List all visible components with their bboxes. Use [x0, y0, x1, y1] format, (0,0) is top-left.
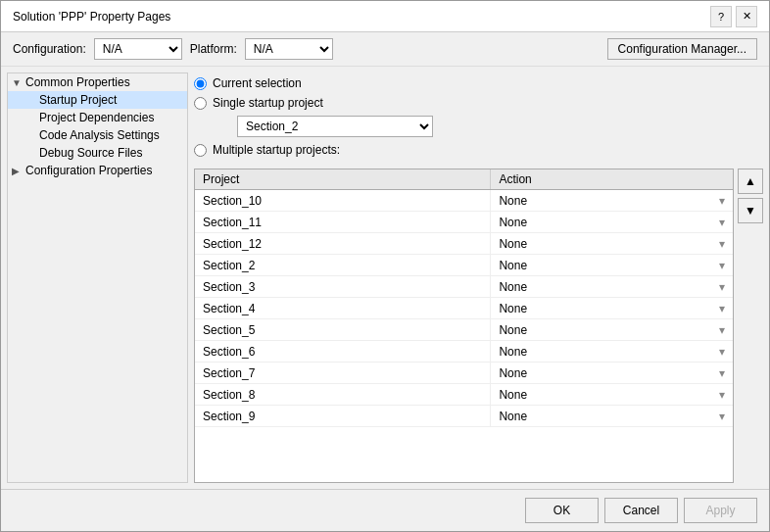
close-button[interactable]: ✕ [736, 6, 757, 27]
platform-label: Platform: [190, 42, 237, 56]
startup-radio-group: Current selection Single startup project… [194, 73, 763, 161]
multiple-startup-label[interactable]: Multiple startup projects: [213, 143, 340, 157]
tree-arrow-icon: ▼ [12, 77, 25, 88]
sidebar-item-common-properties[interactable]: ▼ Common Properties [8, 73, 187, 91]
project-cell: Section_3 [195, 276, 491, 298]
table-row: Section_5None▾ [195, 319, 733, 341]
project-cell: Section_9 [195, 406, 491, 427]
table-row: Section_11None▾ [195, 212, 733, 233]
project-cell: Section_11 [195, 212, 491, 233]
table-row: Section_10None▾ [195, 190, 733, 212]
action-cell[interactable]: None▾ [491, 341, 733, 363]
single-project-dropdown-wrapper: Section_2 [216, 116, 763, 137]
project-cell: Section_8 [195, 384, 491, 406]
current-selection-row: Current selection [194, 76, 763, 90]
table-row: Section_12None▾ [195, 233, 733, 255]
single-startup-row: Single startup project [194, 96, 763, 110]
config-label: Configuration: [13, 42, 86, 56]
apply-button[interactable]: Apply [684, 498, 757, 523]
title-bar-controls: ? ✕ [710, 6, 757, 27]
project-cell: Section_12 [195, 233, 491, 255]
current-selection-label[interactable]: Current selection [213, 76, 302, 90]
configuration-select[interactable]: N/A [94, 38, 182, 60]
single-startup-label[interactable]: Single startup project [213, 96, 323, 110]
table-row: Section_3None▾ [195, 276, 733, 298]
table-header-row: Project Action [195, 169, 733, 190]
sidebar-item-startup-project[interactable]: Startup Project [8, 91, 187, 109]
dialog-title: Solution 'PPP' Property Pages [13, 10, 170, 24]
help-button[interactable]: ? [710, 6, 732, 27]
single-project-select[interactable]: Section_2 [237, 116, 433, 137]
sidebar: ▼ Common Properties Startup Project Proj… [7, 73, 188, 483]
action-cell[interactable]: None▾ [491, 276, 733, 298]
project-cell: Section_10 [195, 190, 491, 212]
bottom-bar: OK Cancel Apply [1, 489, 769, 531]
project-cell: Section_2 [195, 255, 491, 276]
action-cell[interactable]: None▾ [491, 298, 733, 319]
action-cell[interactable]: None▾ [491, 212, 733, 233]
action-cell[interactable]: None▾ [491, 406, 733, 427]
action-column-header: Action [491, 169, 733, 190]
platform-select[interactable]: N/A [245, 38, 333, 60]
move-down-button[interactable]: ▼ [738, 198, 763, 223]
project-column-header: Project [195, 169, 491, 190]
projects-table-wrapper: Project Action Section_10None▾Section_11… [194, 169, 734, 483]
multiple-startup-radio[interactable] [194, 144, 207, 157]
project-cell: Section_5 [195, 319, 491, 341]
action-cell[interactable]: None▾ [491, 319, 733, 341]
action-cell[interactable]: None▾ [491, 190, 733, 212]
current-selection-radio[interactable] [194, 77, 207, 90]
action-cell[interactable]: None▾ [491, 233, 733, 255]
projects-table: Project Action Section_10None▾Section_11… [195, 169, 733, 427]
sidebar-item-label: Code Analysis Settings [39, 128, 160, 142]
right-panel: Current selection Single startup project… [194, 73, 763, 483]
action-cell[interactable]: None▾ [491, 384, 733, 406]
project-cell: Section_7 [195, 363, 491, 384]
cancel-button[interactable]: Cancel [604, 498, 678, 523]
main-content: ▼ Common Properties Startup Project Proj… [1, 67, 769, 489]
multiple-startup-row: Multiple startup projects: [194, 143, 763, 157]
action-cell[interactable]: None▾ [491, 363, 733, 384]
sidebar-item-label: Debug Source Files [39, 146, 142, 160]
sidebar-item-label: Project Dependencies [39, 111, 154, 124]
sidebar-item-label: Common Properties [25, 75, 130, 89]
ok-button[interactable]: OK [525, 498, 599, 523]
table-row: Section_6None▾ [195, 341, 733, 363]
action-cell[interactable]: None▾ [491, 255, 733, 276]
configuration-manager-button[interactable]: Configuration Manager... [607, 38, 757, 60]
sidebar-item-label: Startup Project [39, 93, 117, 107]
sidebar-item-project-dependencies[interactable]: Project Dependencies [8, 109, 187, 126]
tree-arrow-icon: ▶ [12, 166, 25, 176]
property-pages-dialog: Solution 'PPP' Property Pages ? ✕ Config… [0, 0, 770, 532]
project-cell: Section_4 [195, 298, 491, 319]
sidebar-item-label: Configuration Properties [25, 164, 152, 177]
config-bar: Configuration: N/A Platform: N/A Configu… [1, 32, 769, 67]
table-row: Section_8None▾ [195, 384, 733, 406]
table-row: Section_7None▾ [195, 363, 733, 384]
single-startup-radio[interactable] [194, 97, 207, 110]
sidebar-item-configuration-properties[interactable]: ▶ Configuration Properties [8, 162, 187, 179]
table-arrow-buttons: ▲ ▼ [738, 169, 763, 483]
projects-table-container: Project Action Section_10None▾Section_11… [194, 169, 763, 483]
project-cell: Section_6 [195, 341, 491, 363]
sidebar-item-code-analysis-settings[interactable]: Code Analysis Settings [8, 126, 187, 144]
table-row: Section_4None▾ [195, 298, 733, 319]
move-up-button[interactable]: ▲ [738, 169, 763, 194]
table-row: Section_2None▾ [195, 255, 733, 276]
table-row: Section_9None▾ [195, 406, 733, 427]
sidebar-item-debug-source-files[interactable]: Debug Source Files [8, 144, 187, 162]
title-bar: Solution 'PPP' Property Pages ? ✕ [1, 1, 769, 32]
